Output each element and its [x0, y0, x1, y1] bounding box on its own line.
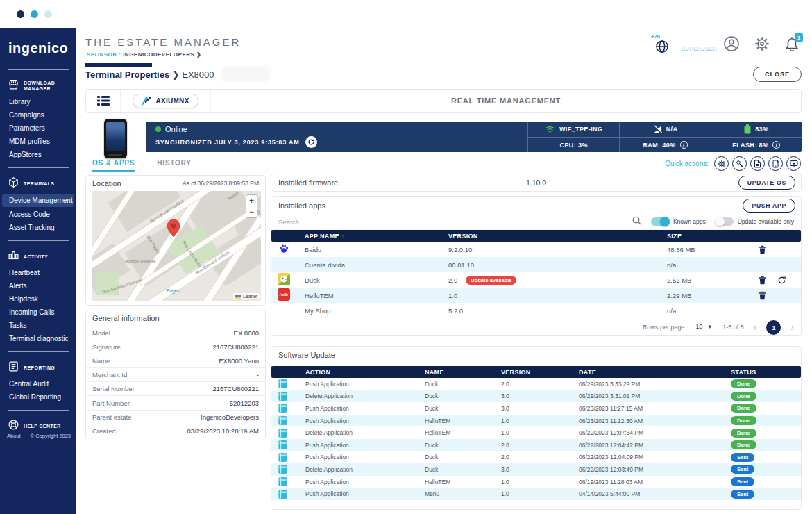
quick-action-key-icon[interactable]	[732, 156, 747, 171]
prev-page-icon[interactable]: ‹	[754, 324, 757, 331]
sidebar-item-asset-tracking[interactable]: Asset Tracking	[0, 221, 76, 234]
apps-col-size[interactable]: SIZE	[657, 233, 750, 240]
update-available-toggle[interactable]	[716, 217, 734, 226]
sidebar-divider	[8, 240, 69, 241]
trash-icon[interactable]	[759, 245, 766, 254]
window-dot-1[interactable]	[17, 10, 24, 18]
sidebar-footer: About © Copyright 2023	[0, 433, 76, 439]
map-attribution[interactable]: Leaflet	[233, 293, 260, 299]
signal-value: N/A	[666, 126, 678, 133]
software-row[interactable]: Push ApplicationDuck2.006/22/2023 12:04:…	[271, 439, 801, 451]
tab-history[interactable]: HISTORY	[157, 159, 192, 172]
software-row[interactable]: Push ApplicationHelloTEM1.006/19/2023 11…	[271, 476, 801, 488]
software-row[interactable]: Delete ApplicationHelloTEM1.006/22/2023 …	[271, 426, 801, 439]
sw-name: Duck	[418, 466, 495, 473]
software-row[interactable]: Delete ApplicationDuck3.006/29/2023 3:31…	[271, 390, 801, 403]
user-menu[interactable]: superuser	[679, 38, 716, 53]
info-value: 2167CU800221	[212, 343, 259, 351]
sidebar-item-heartbeat[interactable]: Heartbeat	[0, 266, 76, 279]
sidebar-item-global-reporting[interactable]: Global Reporting	[0, 390, 76, 404]
sidebar-item-helpdesk[interactable]: Helpdesk	[0, 292, 76, 306]
sw-col-name[interactable]: NAME	[418, 369, 495, 376]
sidebar-nav: DOWNLOAD MANAGERLibraryCampaignsParamete…	[0, 69, 76, 436]
sw-col-version[interactable]: VERSION	[495, 369, 573, 376]
sidebar-section-download-manager: DOWNLOAD MANAGER	[0, 76, 76, 95]
quick-action-device-icon[interactable]	[768, 156, 783, 171]
app-row-hellotem[interactable]: HelloHelloTEM1.02.29 MB	[271, 288, 801, 303]
search-icon[interactable]	[632, 215, 641, 228]
sidebar-item-device-management[interactable]: Device Management	[2, 194, 74, 207]
location-map[interactable]: + − Leaflet MalonRue Edouard VaillantRue…	[92, 191, 261, 301]
sidebar-item-terminal-diagnostic[interactable]: Terminal diagnostic	[0, 332, 76, 345]
timezone-globe-icon[interactable]: +2h	[654, 35, 672, 56]
close-button[interactable]: CLOSE	[753, 67, 802, 82]
notifications-bell-icon[interactable]: 1	[784, 36, 801, 54]
settings-gear-icon[interactable]	[754, 36, 770, 54]
trash-icon[interactable]	[759, 291, 766, 300]
sw-col-action[interactable]: ACTION	[299, 369, 418, 376]
sidebar-item-library[interactable]: Library	[0, 95, 76, 108]
sidebar-item-incoming-calls[interactable]: Incoming Calls	[0, 306, 76, 319]
software-row[interactable]: Push ApplicationDuck2.006/29/2023 3:33:2…	[271, 378, 801, 390]
software-row[interactable]: Push ApplicationDuck3.006/23/2023 11:27:…	[271, 402, 801, 415]
app-row-my-shop[interactable]: My Shop5.2.0n/a	[271, 303, 801, 318]
info-value: 03/29/2023 10:28:19 AM	[187, 427, 259, 435]
window-dot-3[interactable]	[44, 10, 52, 18]
current-page-button[interactable]: 1	[766, 320, 781, 335]
sw-action: Delete Application	[299, 392, 418, 399]
update-os-button[interactable]: UPDATE OS	[738, 176, 795, 190]
sidebar-item-tasks[interactable]: Tasks	[0, 319, 76, 332]
sidebar-item-campaigns[interactable]: Campaigns	[0, 108, 76, 122]
software-row[interactable]: Push ApplicationDuck2.006/22/2023 12:04:…	[271, 451, 801, 464]
tab-axiumnx[interactable]: AXIUMNX	[133, 94, 198, 108]
software-row[interactable]: Push ApplicationHelloTEM1.006/23/2023 11…	[271, 415, 801, 427]
terminal-list-icon[interactable]	[86, 90, 121, 112]
sw-version: 1.0	[495, 479, 573, 486]
flash-value: FLASH: 8%	[732, 142, 768, 149]
rows-per-page-select[interactable]: 10▾	[695, 323, 713, 331]
sw-col-date[interactable]: DATE	[573, 369, 725, 376]
apps-col-version[interactable]: VERSION	[439, 233, 657, 240]
flash-info-icon[interactable]: i	[772, 141, 780, 149]
sw-status: Sent	[725, 490, 801, 499]
breadcrumb-primary[interactable]: Terminal Properties	[85, 69, 169, 80]
app-name: My Shop	[295, 307, 439, 315]
app-row-baidu[interactable]: Baidu9.2.0.1048.86 MB	[271, 242, 801, 257]
quick-action-gear-icon[interactable]	[714, 156, 729, 171]
sidebar-item-alerts[interactable]: Alerts	[0, 279, 76, 292]
tab-os-apps[interactable]: OS & APPS	[92, 159, 135, 172]
app-row-cuenta-divida[interactable]: Cuenta divida00.01.10n/a	[271, 257, 801, 272]
sidebar-item-parameters[interactable]: Parameters	[0, 122, 76, 135]
avatar-icon[interactable]	[723, 35, 740, 55]
app-size: n/a	[657, 307, 750, 315]
sidebar-item-central-audit[interactable]: Central Audit	[0, 377, 76, 390]
sort-asc-icon: ↑	[341, 233, 345, 240]
apps-search-input[interactable]	[278, 218, 632, 226]
sync-refresh-icon[interactable]	[305, 136, 317, 148]
ram-info-icon[interactable]: i	[680, 141, 688, 149]
sidebar-item-appstores[interactable]: AppStores	[0, 148, 76, 161]
software-row[interactable]: Push ApplicationMenu1.004/14/2023 5:44:0…	[271, 488, 801, 500]
map-zoom-in-button[interactable]: +	[246, 195, 257, 206]
info-label: Model	[92, 329, 110, 337]
window-dot-2[interactable]	[31, 10, 38, 18]
quick-action-file-icon[interactable]	[750, 156, 765, 171]
push-app-button[interactable]: PUSH APP	[743, 199, 795, 213]
update-icon[interactable]	[777, 276, 786, 285]
apps-col-app-name[interactable]: APP NAME↑	[295, 233, 439, 240]
map-zoom-out-button[interactable]: −	[246, 206, 257, 217]
sw-action: Push Application	[299, 479, 418, 486]
sidebar-item-access-code[interactable]: Access Code	[0, 208, 76, 221]
quick-action-screen-icon[interactable]	[786, 156, 801, 171]
software-row[interactable]: Delete ApplicationDuck3.006/22/2023 12:0…	[271, 463, 801, 476]
sponsor-value[interactable]: INGENICODEVELOPERS ❯	[123, 51, 201, 58]
app-row-duck[interactable]: Duck2.0Update available2.52 MB	[271, 272, 801, 288]
about-link[interactable]: About	[7, 433, 21, 439]
sidebar-item-mdm-profiles[interactable]: MDM profiles	[0, 135, 76, 148]
next-page-icon[interactable]: ›	[790, 324, 794, 331]
known-apps-toggle[interactable]	[651, 217, 669, 226]
sw-col-status[interactable]: STATUS	[725, 369, 801, 376]
trash-icon[interactable]	[759, 276, 766, 285]
app-version: 1.0	[439, 292, 657, 299]
breadcrumb-sponsor[interactable]: SPONSOR : INGENICODEVELOPERS ❯	[87, 51, 201, 58]
